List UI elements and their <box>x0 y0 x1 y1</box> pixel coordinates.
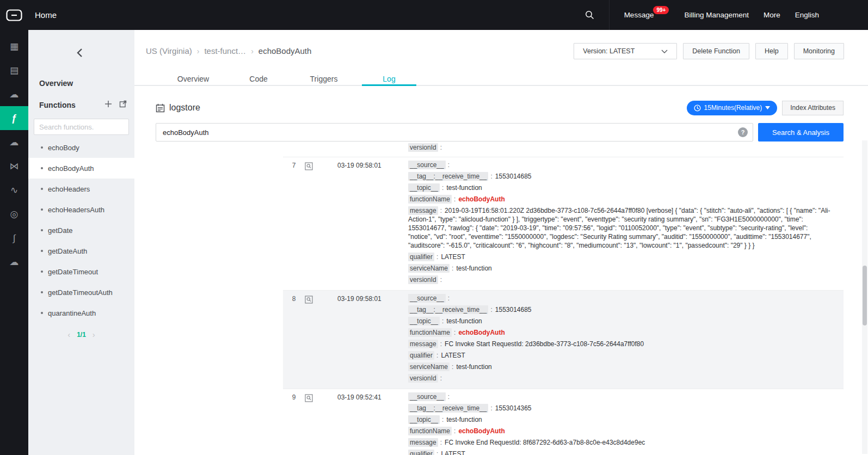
log-field-key[interactable]: __source__ <box>408 294 446 303</box>
log-field-key[interactable]: qualifier <box>408 450 434 455</box>
rail-item-cloud-disk-icon[interactable]: ☁ <box>0 250 28 274</box>
log-field: serviceName:test-function <box>408 264 832 273</box>
sidebar-function-item-getDateTimeout[interactable]: getDateTimeout <box>28 261 134 282</box>
rail-item-curve-icon[interactable]: ∫ <box>0 226 28 250</box>
collapse-sidebar-icon[interactable] <box>76 48 83 60</box>
log-timestamp: 03-19 09:58:01 <box>321 161 408 287</box>
search-icon[interactable] <box>585 10 594 20</box>
log-field-value: test-function <box>446 416 482 423</box>
log-field-key[interactable]: serviceName <box>408 362 450 371</box>
storage-cloud-icon: ☁ <box>10 90 19 99</box>
inspect-log-icon[interactable] <box>305 392 321 455</box>
index-attributes-button[interactable]: Index Attributes <box>782 101 844 115</box>
colon-separator: : <box>452 427 458 435</box>
log-field-key[interactable]: __tag__:__receive_time__ <box>408 172 488 181</box>
log-row: 7 03-19 09:58:01 __source__: __tag__:__r… <box>156 157 844 290</box>
apps-grid-icon: ▦ <box>10 42 19 51</box>
tab-triggers[interactable]: Triggers <box>291 72 356 85</box>
next-page-icon[interactable]: › <box>93 330 95 339</box>
rail-item-storage-cloud-icon[interactable]: ☁ <box>0 82 28 106</box>
prev-page-icon[interactable]: ‹ <box>67 330 70 339</box>
rail-item-function-compute-icon[interactable]: ƒ <box>0 106 28 130</box>
tab-bar: Overview Code Triggers Log <box>134 72 868 86</box>
log-field-key[interactable]: __source__ <box>408 392 446 401</box>
vertical-scrollbar[interactable] <box>862 140 867 454</box>
inspect-log-icon[interactable] <box>305 161 321 287</box>
log-fields: __source__: __tag__:__receive_time__:155… <box>408 294 844 385</box>
sidebar-function-item-echoBodyAuth[interactable]: echoBodyAuth <box>28 158 134 179</box>
scrollbar-thumb[interactable] <box>863 266 867 325</box>
log-field-key[interactable]: message <box>408 438 438 447</box>
colon-separator: : <box>446 161 452 169</box>
log-field-key[interactable]: serviceName <box>408 264 450 273</box>
log-field: __topic__:test-function <box>408 183 832 192</box>
log-field-key[interactable]: versionId <box>408 143 438 152</box>
monitoring-button[interactable]: Monitoring <box>794 43 844 59</box>
rail-item-elastic-cloud-icon[interactable]: ☁ <box>0 130 28 154</box>
message-count-badge: 99+ <box>653 6 669 14</box>
delete-function-button[interactable]: Delete Function <box>683 43 749 59</box>
sidebar-function-item-echoHeaders[interactable]: echoHeaders <box>28 179 134 199</box>
sidebar-function-item-echoBody[interactable]: echoBody <box>28 137 134 158</box>
search-functions-input[interactable] <box>34 119 129 135</box>
log-field-key[interactable]: qualifier <box>408 351 434 360</box>
message-link[interactable]: Message <box>624 11 654 19</box>
tab-overview[interactable]: Overview <box>161 72 226 85</box>
breadcrumb-item[interactable]: echoBodyAuth <box>258 46 312 56</box>
sidebar-function-item-echoHeadersAuth[interactable]: echoHeadersAuth <box>28 199 134 220</box>
sidebar-function-item-getDateAuth[interactable]: getDateAuth <box>28 241 134 261</box>
language-selector[interactable]: English <box>795 11 819 19</box>
help-button[interactable]: Help <box>755 43 788 59</box>
sidebar-item-functions[interactable]: Functions <box>39 101 76 109</box>
log-field-key[interactable]: __tag__:__receive_time__ <box>408 305 488 314</box>
log-field-key[interactable]: __tag__:__receive_time__ <box>408 404 488 413</box>
more-menu[interactable]: More <box>764 11 780 19</box>
inspect-log-icon[interactable] <box>305 143 321 155</box>
log-field-key[interactable]: versionId <box>408 374 438 383</box>
tab-label: Triggers <box>310 75 338 83</box>
log-field-key[interactable]: message <box>408 206 438 215</box>
header-buttons: Version: LATEST Delete Function Help Mon… <box>574 43 844 59</box>
server-icon: ▤ <box>10 66 19 75</box>
tab-code[interactable]: Code <box>226 72 291 85</box>
sidebar-function-item-quarantineAuth[interactable]: quarantineAuth <box>28 303 134 323</box>
breadcrumb-item[interactable]: US (Virginia) <box>146 46 192 56</box>
rail-item-apps-grid-icon[interactable]: ▦ <box>0 34 28 58</box>
log-query-input[interactable] <box>156 123 753 142</box>
elastic-cloud-icon: ☁ <box>10 138 19 147</box>
tab-log[interactable]: Log <box>356 72 422 85</box>
log-row: versionId: <box>156 142 844 157</box>
search-analysis-button[interactable]: Search & Analysis <box>758 123 844 142</box>
version-dropdown[interactable]: Version: LATEST <box>574 43 677 59</box>
help-question-icon[interactable]: ? <box>738 127 748 137</box>
log-field-key[interactable]: versionId <box>408 275 438 284</box>
log-field-key[interactable]: __topic__ <box>408 415 440 424</box>
sidebar-function-item-getDateTimeoutAuth[interactable]: getDateTimeoutAuth <box>28 282 134 303</box>
log-field-key[interactable]: __topic__ <box>408 317 440 325</box>
rail-item-ring-icon[interactable]: ◎ <box>0 202 28 226</box>
log-field-key[interactable]: __source__ <box>408 161 446 169</box>
inspect-log-icon[interactable] <box>305 294 321 385</box>
sidebar-function-item-getDate[interactable]: getDate <box>28 220 134 241</box>
function-list-pagination: ‹ 1/1 › <box>28 330 134 339</box>
home-link[interactable]: Home <box>35 10 57 20</box>
rail-item-server-icon[interactable]: ▤ <box>0 58 28 82</box>
log-field-value: LATEST <box>441 253 465 261</box>
add-function-icon[interactable] <box>104 100 112 108</box>
rail-item-share-nodes-icon[interactable]: ⋈ <box>0 154 28 178</box>
time-range-button[interactable]: 15Minutes(Relative) <box>687 101 778 115</box>
sidebar-item-overview[interactable]: Overview <box>39 79 73 88</box>
log-field-key[interactable]: functionName <box>408 195 452 204</box>
log-field-key[interactable]: functionName <box>408 328 452 337</box>
function-name-label: getDateTimeoutAuth <box>48 288 113 297</box>
breadcrumb-item[interactable]: test-funct… <box>204 46 246 56</box>
log-field-key[interactable]: message <box>408 340 438 348</box>
log-field-key[interactable]: functionName <box>408 427 452 435</box>
rail-item-wave-icon[interactable]: ∿ <box>0 178 28 202</box>
log-field-key[interactable]: __topic__ <box>408 183 440 192</box>
log-panel: logstore 15Minutes(Relative) Index Attri… <box>134 87 868 455</box>
billing-management-link[interactable]: Billing Management <box>684 11 749 19</box>
open-in-new-icon[interactable] <box>119 100 127 108</box>
log-field-key[interactable]: qualifier <box>408 253 434 261</box>
alibaba-cloud-logo[interactable] <box>0 0 28 30</box>
